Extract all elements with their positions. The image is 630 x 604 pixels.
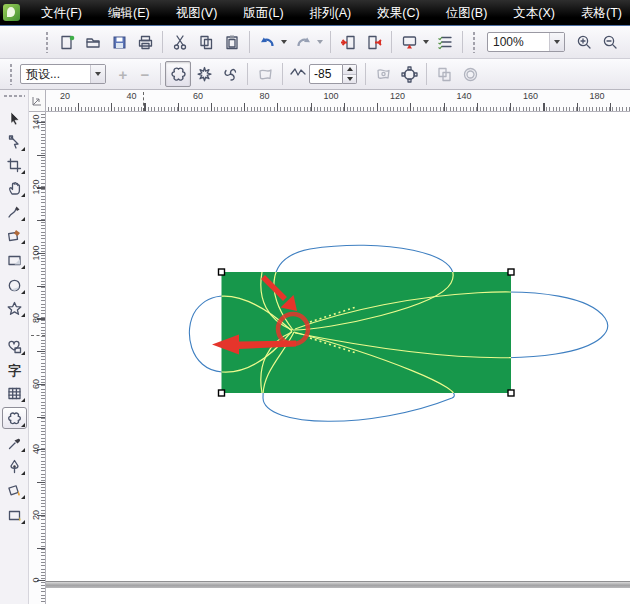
- toolbar-grip[interactable]: [44, 31, 50, 53]
- vruler-label: 140: [29, 114, 44, 130]
- zoom-in-button[interactable]: [571, 29, 597, 55]
- tool-text[interactable]: 字: [2, 359, 27, 381]
- zoom-out-button[interactable]: [597, 29, 623, 55]
- tool-interactive-fill[interactable]: [2, 504, 27, 526]
- tool-shape[interactable]: [2, 131, 27, 153]
- toolbar-separator: [330, 31, 331, 53]
- handle-top-left[interactable]: [219, 269, 225, 275]
- save-button[interactable]: [106, 29, 132, 55]
- copy-button[interactable]: [193, 29, 219, 55]
- vruler-label: 80: [29, 310, 44, 326]
- paste-button[interactable]: [219, 29, 245, 55]
- handle-top-right[interactable]: [508, 269, 514, 275]
- property-bar-grip[interactable]: [8, 63, 14, 85]
- hruler-guide-marker: [143, 92, 144, 111]
- toolbar-separator: [462, 31, 463, 53]
- app-logo-icon: [3, 4, 20, 21]
- menu-edit[interactable]: 编辑(E): [95, 0, 163, 26]
- amplitude-field[interactable]: -85: [309, 64, 343, 84]
- amplitude-icon: [290, 65, 306, 83]
- vertical-ruler[interactable]: 140 120 100 80 60 40 20 0: [29, 112, 46, 604]
- tool-smart-fill[interactable]: [2, 224, 27, 246]
- ruler-origin[interactable]: [29, 90, 46, 112]
- property-bar-separator: [282, 63, 283, 85]
- drawing-canvas[interactable]: [46, 112, 630, 604]
- cut-button[interactable]: [167, 29, 193, 55]
- new-document-button[interactable]: [54, 29, 80, 55]
- open-button[interactable]: [80, 29, 106, 55]
- tool-fill[interactable]: [2, 479, 27, 501]
- property-bar-separator: [426, 63, 427, 85]
- tool-pick[interactable]: [2, 107, 27, 129]
- zoom-combo-caret[interactable]: [549, 33, 564, 51]
- amplitude-spinner[interactable]: [343, 64, 357, 84]
- copy-distortion-properties-button[interactable]: [431, 61, 457, 87]
- page-edge-bar[interactable]: [46, 581, 630, 588]
- spinner-up-button[interactable]: [343, 65, 356, 75]
- vruler-guide-marker: [31, 335, 45, 336]
- tool-rectangle[interactable]: [2, 249, 27, 271]
- menu-effects[interactable]: 效果(C): [364, 0, 432, 26]
- spinner-down-button[interactable]: [343, 75, 356, 84]
- tool-distortion[interactable]: [2, 407, 27, 429]
- center-distortion-button[interactable]: [396, 61, 422, 87]
- hruler-label: 140: [456, 91, 471, 101]
- undo-dropdown-caret[interactable]: [281, 40, 287, 44]
- zipper-distortion-button[interactable]: [191, 61, 217, 87]
- vruler-label: 100: [29, 245, 44, 261]
- toolbox-grip[interactable]: [3, 93, 25, 99]
- tool-crop[interactable]: [2, 154, 27, 176]
- delete-preset-button[interactable]: −: [134, 61, 156, 87]
- menu-table[interactable]: 表格(T): [568, 0, 630, 26]
- vruler-label: 120: [29, 179, 44, 195]
- menu-layout[interactable]: 版面(L): [230, 0, 296, 26]
- artwork: [46, 112, 630, 604]
- distort-smoothly-button[interactable]: [370, 61, 396, 87]
- toolbox: 字: [0, 90, 29, 604]
- toolbar-separator: [162, 31, 163, 53]
- handle-bottom-right[interactable]: [508, 390, 514, 396]
- application-launcher-button[interactable]: [396, 29, 422, 55]
- hruler-label: 60: [193, 91, 203, 101]
- export-button[interactable]: [361, 29, 387, 55]
- green-rectangle[interactable]: [222, 272, 512, 393]
- redo-button[interactable]: [290, 29, 316, 55]
- zoom-level-value: 100%: [488, 35, 549, 49]
- zoom-level-combo[interactable]: 100%: [487, 32, 565, 52]
- toolbar-separator: [249, 31, 250, 53]
- menu-arrange[interactable]: 排列(A): [297, 0, 365, 26]
- app-window: 文件(F) 编辑(E) 视图(V) 版面(L) 排列(A) 效果(C) 位图(B…: [0, 0, 630, 604]
- preset-combo[interactable]: 预设...: [20, 64, 106, 84]
- hruler-label: 20: [60, 91, 70, 101]
- undo-button[interactable]: [254, 29, 280, 55]
- import-button[interactable]: [335, 29, 361, 55]
- push-pull-distortion-button[interactable]: [165, 61, 191, 87]
- view-options-button[interactable]: [432, 29, 458, 55]
- toolbar-grip[interactable]: [471, 31, 477, 53]
- menu-view[interactable]: 视图(V): [163, 0, 231, 26]
- add-preset-button[interactable]: +: [112, 61, 134, 87]
- clear-distortion-button[interactable]: [457, 61, 483, 87]
- tool-basic-shapes[interactable]: [2, 335, 27, 357]
- menu-file[interactable]: 文件(F): [28, 0, 95, 26]
- vruler-label: 0: [29, 572, 44, 588]
- new-distortion-button[interactable]: [252, 61, 278, 87]
- tool-table[interactable]: [2, 382, 27, 404]
- hruler-label: 180: [589, 91, 604, 101]
- menu-text[interactable]: 文本(X): [500, 0, 568, 26]
- launcher-dropdown-caret[interactable]: [423, 40, 429, 44]
- twister-distortion-button[interactable]: [217, 61, 243, 87]
- tool-pan[interactable]: [2, 177, 27, 199]
- tool-polygon[interactable]: [2, 297, 27, 319]
- tool-freehand[interactable]: [2, 201, 27, 223]
- print-button[interactable]: [132, 29, 158, 55]
- tool-outline-pen[interactable]: [2, 455, 27, 477]
- redo-dropdown-caret[interactable]: [317, 40, 323, 44]
- handle-bottom-left[interactable]: [219, 390, 225, 396]
- preset-combo-caret[interactable]: [90, 65, 105, 83]
- text-tool-glyph: 字: [8, 364, 21, 377]
- tool-eyedropper[interactable]: [2, 432, 27, 454]
- tool-ellipse[interactable]: [2, 274, 27, 296]
- horizontal-ruler[interactable]: 20 40 60 80 100 120 140 160 180: [46, 90, 630, 112]
- menu-bitmaps[interactable]: 位图(B): [433, 0, 501, 26]
